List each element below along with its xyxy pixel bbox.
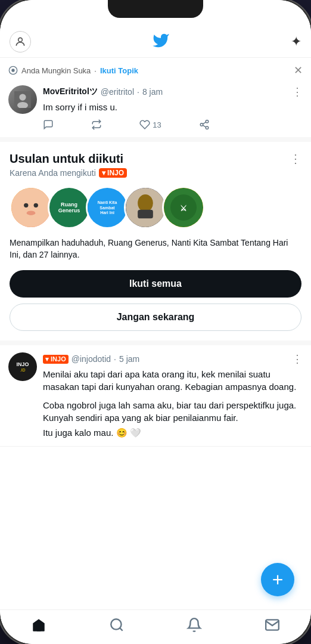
like-button[interactable]: 13 <box>139 119 161 130</box>
svg-text:⚔: ⚔ <box>180 204 187 213</box>
follow-section-header: Usulan untuk diikuti ⋮ <box>10 151 301 166</box>
injo-tweet-text-1: Menilai aku tapi dari apa kata orang itu… <box>43 368 303 393</box>
injo-tweet-text-2: Coba ngobrol juga lah sama aku, biar tau… <box>43 399 303 424</box>
suggest-avatar-4[interactable] <box>124 186 167 229</box>
suggest-avatar-2[interactable]: Ruang Generus <box>48 186 91 229</box>
mail-icon <box>265 617 280 633</box>
like-count: 13 <box>153 120 161 129</box>
injo-logo-text: INJO <box>16 362 29 368</box>
twitter-logo <box>152 32 170 52</box>
comment-button[interactable] <box>43 119 54 130</box>
injo-avatar: INJO .ID <box>8 352 37 381</box>
svg-point-11 <box>11 188 51 227</box>
svg-point-16 <box>138 194 153 212</box>
injo-more-button[interactable]: ⋮ <box>292 352 303 366</box>
suggest-description: Menampilkan haduhaduh, Ruang Generus, Na… <box>10 237 301 261</box>
fab-icon: + <box>272 570 284 589</box>
svg-point-21 <box>111 619 121 629</box>
tweet-time: 8 jam <box>142 87 163 97</box>
tweet-more-button[interactable]: ⋮ <box>292 85 303 98</box>
suggested-topic-banner: Anda Mungkin Suka · Ikuti Topik ✕ <box>0 58 311 142</box>
follow-section-more[interactable]: ⋮ <box>290 151 301 166</box>
svg-line-9 <box>203 125 206 127</box>
tweet-handle: @eritritol <box>101 87 134 97</box>
svg-line-22 <box>120 628 123 631</box>
tweet-body: MovEritritolツ @eritritol · 8 jam ⋮ Im so… <box>43 85 303 130</box>
follow-subtitle-text: Karena Anda mengikuti <box>10 168 96 178</box>
svg-point-2 <box>11 69 14 72</box>
suggest-avatar-3[interactable]: Nanti Kita Sambat Hari Ini <box>86 186 129 229</box>
dot-separator: · <box>94 66 97 75</box>
banner-header-left: Anda Mungkin Suka · Ikuti Topik <box>8 66 138 75</box>
feed-tweet-injo: INJO .ID ▾ INJO @injodotid · 5 jam ⋮ Men… <box>0 345 311 447</box>
tweet-text: Im sorry if i miss u. <box>43 101 303 113</box>
follow-section-title: Usulan untuk diikuti <box>10 152 123 166</box>
follow-topic-link[interactable]: Ikuti Topik <box>100 66 138 75</box>
svg-point-4 <box>19 94 26 100</box>
banner-header: Anda Mungkin Suka · Ikuti Topik ✕ <box>0 58 311 79</box>
follow-subtitle: Karena Anda mengikuti ▾ INJO <box>10 168 301 178</box>
tweet-card: MovEritritolツ @eritritol · 8 jam ⋮ Im so… <box>0 79 311 137</box>
app-header: ✦ <box>0 26 311 58</box>
follow-all-button[interactable]: Ikuti semua <box>10 270 301 298</box>
injo-tweet-text-3: Itu juga kalo mau. 😊 🤍 <box>43 426 303 439</box>
compose-fab-button[interactable]: + <box>261 563 294 596</box>
svg-point-0 <box>18 38 23 42</box>
location-icon <box>8 66 18 75</box>
bell-icon <box>186 617 202 633</box>
sparkle-icon[interactable]: ✦ <box>291 34 301 49</box>
svg-point-6 <box>206 120 209 123</box>
not-now-button[interactable]: Jangan sekarang <box>10 304 301 331</box>
suggest-avatar-1[interactable] <box>10 186 52 229</box>
injo-logo-sub: .ID <box>16 368 29 372</box>
retweet-button[interactable] <box>91 119 102 130</box>
nav-search-button[interactable] <box>109 617 125 633</box>
heart-icon <box>139 119 150 130</box>
tweet-avatar <box>8 85 37 114</box>
banner-close-button[interactable]: ✕ <box>294 64 303 77</box>
svg-point-13 <box>34 203 38 208</box>
svg-point-7 <box>200 123 203 126</box>
retweet-icon <box>91 119 102 130</box>
tweet-actions: 13 <box>43 119 210 130</box>
profile-avatar-button[interactable] <box>10 31 31 52</box>
injo-tag: ▾ INJO <box>99 168 127 178</box>
injo-time: 5 jam <box>119 354 139 364</box>
feed-scroll-area[interactable]: Anda Mungkin Suka · Ikuti Topik ✕ <box>0 58 311 609</box>
injo-tweet-meta: ▾ INJO @injodotid · 5 jam ⋮ <box>43 352 303 366</box>
nav-notifications-button[interactable] <box>186 617 202 633</box>
svg-rect-17 <box>138 210 153 219</box>
svg-point-8 <box>206 126 209 129</box>
follow-suggestions-section: Usulan untuk diikuti ⋮ Karena Anda mengi… <box>0 142 311 345</box>
tweet-time-dot: · <box>137 87 139 97</box>
svg-point-12 <box>24 203 28 208</box>
share-button[interactable] <box>199 119 210 130</box>
share-icon <box>199 119 210 130</box>
injo-tweet-body: ▾ INJO @injodotid · 5 jam ⋮ Menilai aku … <box>43 352 303 439</box>
comment-icon <box>43 119 54 130</box>
bottom-navigation <box>0 609 311 644</box>
search-icon <box>109 617 125 633</box>
suggest-avatar-5[interactable]: ⚔ <box>162 186 205 229</box>
tweet-meta: MovEritritolツ @eritritol · 8 jam ⋮ <box>43 85 303 98</box>
nav-home-button[interactable] <box>31 617 46 633</box>
injo-badge: ▾ INJO <box>43 355 69 364</box>
svg-line-10 <box>203 122 206 124</box>
suggested-avatars-row: Ruang Generus Nanti Kita Sambat Hari Ini <box>10 186 301 229</box>
suggested-label: Anda Mungkin Suka <box>21 66 91 75</box>
tweet-author-name: MovEritritolツ <box>43 86 98 97</box>
nav-messages-button[interactable] <box>265 617 280 633</box>
injo-handle: @injodotid <box>71 354 111 364</box>
home-icon <box>31 617 46 633</box>
